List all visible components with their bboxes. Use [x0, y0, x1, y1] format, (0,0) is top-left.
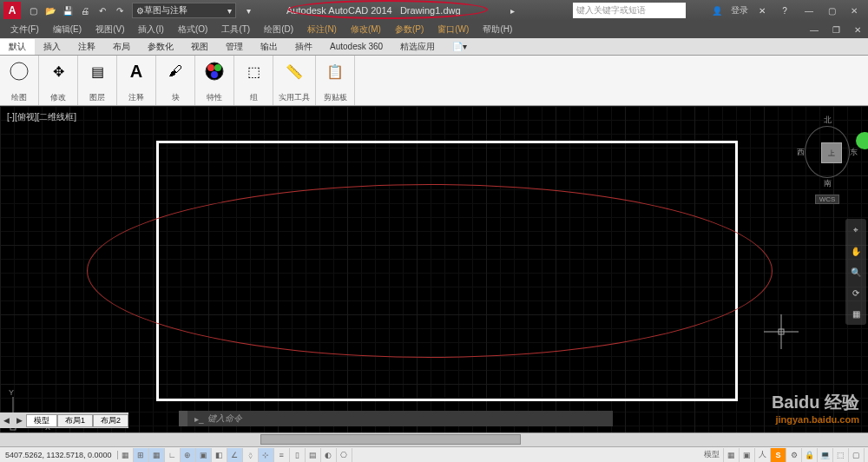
menu-window[interactable]: 窗口(W): [431, 23, 476, 36]
lwt-toggle[interactable]: ≡: [274, 448, 290, 462]
tab-output[interactable]: 输出: [252, 39, 286, 55]
qp-toggle[interactable]: ▤: [306, 448, 321, 462]
drawing-canvas[interactable]: [-][俯视][二维线框] YX 北 西 上 东 南 WCS ⌖ ✋ 🔍 ⟳ ▦…: [0, 106, 868, 459]
modelspace-button[interactable]: 模型: [700, 448, 724, 462]
sb-grid-icon[interactable]: ▦: [724, 448, 740, 462]
sb-s-icon[interactable]: S: [771, 448, 786, 462]
viewcube-compass[interactable]: 上: [805, 126, 850, 178]
polar-toggle[interactable]: ⊕: [181, 448, 196, 462]
tab-view[interactable]: 视图: [182, 39, 217, 55]
tab-layout1[interactable]: 布局1: [57, 414, 93, 427]
app-icon[interactable]: A: [3, 2, 21, 19]
viewcube[interactable]: 北 西 上 东 南 WCS: [797, 115, 858, 193]
workspace-dropdown[interactable]: ⚙ 草图与注释 ▾: [132, 3, 236, 18]
menu-view[interactable]: 视图(V): [89, 23, 131, 36]
fullnav-icon[interactable]: ⌖: [848, 222, 864, 238]
drawing-ellipse[interactable]: [87, 184, 773, 358]
osnap-toggle[interactable]: ▣: [196, 448, 212, 462]
cmd-handle[interactable]: [179, 411, 187, 426]
search-input[interactable]: 键入关键字或短语: [573, 3, 686, 18]
tab-manage[interactable]: 管理: [217, 39, 252, 55]
layout-prev-icon[interactable]: ◀: [0, 416, 13, 425]
close-button[interactable]: ✕: [844, 3, 865, 18]
layers-button[interactable]: ▤: [83, 57, 111, 85]
doc-minimize-button[interactable]: —: [803, 25, 825, 35]
scrollbar-horizontal[interactable]: [0, 432, 868, 446]
sb-qv-icon[interactable]: ▣: [740, 448, 755, 462]
ducs-toggle[interactable]: ⎀: [243, 448, 259, 462]
ribbon-collapse-icon[interactable]: 📄▾: [444, 40, 476, 53]
tab-a360[interactable]: Autodesk 360: [321, 40, 391, 53]
viewcube-face[interactable]: 上: [821, 142, 842, 163]
tab-plugins[interactable]: 插件: [286, 39, 321, 55]
tab-layout[interactable]: 布局: [104, 39, 139, 55]
menu-edit[interactable]: 编辑(E): [46, 23, 89, 36]
scrollbar-thumb[interactable]: [260, 434, 521, 445]
infer-toggle[interactable]: ▦: [118, 448, 134, 462]
menu-draw[interactable]: 绘图(D): [257, 23, 300, 36]
paste-button[interactable]: 📋: [321, 57, 349, 85]
qat-more-icon[interactable]: ▾: [240, 3, 256, 18]
showmotion-icon[interactable]: ▦: [848, 306, 864, 321]
properties-button[interactable]: [201, 57, 228, 85]
redo-icon[interactable]: ↷: [112, 3, 128, 18]
orbit-icon[interactable]: ⟳: [848, 285, 864, 300]
sb-iso-icon[interactable]: ⬚: [833, 448, 849, 462]
sb-ws-icon[interactable]: ⚙: [786, 448, 802, 462]
ortho-toggle[interactable]: ∟: [165, 448, 181, 462]
login-label[interactable]: 登录: [731, 4, 748, 16]
measure-button[interactable]: 📏: [280, 57, 308, 85]
doc-close-button[interactable]: ✕: [847, 25, 868, 35]
pan-icon[interactable]: ✋: [848, 243, 864, 259]
command-line[interactable]: ▸_ 键入命令: [179, 411, 613, 426]
new-icon[interactable]: ▢: [25, 3, 41, 18]
title-dropdown-icon[interactable]: ▸: [504, 3, 520, 18]
tab-parametric[interactable]: 参数化: [139, 39, 182, 55]
menu-format[interactable]: 格式(O): [171, 23, 214, 36]
menu-param[interactable]: 参数(P): [388, 23, 431, 36]
modify-button[interactable]: ✥: [44, 57, 72, 85]
menu-file[interactable]: 文件(F): [3, 23, 46, 36]
exchange-icon[interactable]: ✕: [754, 3, 770, 18]
draw-button[interactable]: [5, 57, 33, 85]
3dosnap-toggle[interactable]: ◧: [212, 448, 227, 462]
coords-display[interactable]: 5407.5262, 1132.5718, 0.0000: [0, 451, 118, 459]
text-button[interactable]: A: [122, 57, 150, 85]
save-icon[interactable]: 💾: [60, 3, 76, 18]
viewport-label[interactable]: [-][俯视][二维线框]: [7, 111, 76, 123]
sb-lock-icon[interactable]: 🔒: [802, 448, 818, 462]
menu-insert[interactable]: 插入(I): [131, 23, 170, 36]
sb-annoscale-icon[interactable]: 人: [755, 448, 771, 462]
tab-default[interactable]: 默认: [0, 39, 35, 55]
menu-dimension[interactable]: 标注(N): [300, 23, 344, 36]
sb-clean-icon[interactable]: ▢: [849, 448, 865, 462]
am-toggle[interactable]: ⎔: [337, 448, 352, 462]
signin-icon[interactable]: 👤: [709, 3, 725, 18]
sc-toggle[interactable]: ◐: [321, 448, 337, 462]
tab-annotate[interactable]: 注释: [69, 39, 104, 55]
zoom-icon[interactable]: 🔍: [848, 264, 864, 280]
wcs-badge[interactable]: WCS: [815, 195, 839, 204]
menu-modify[interactable]: 修改(M): [344, 23, 388, 36]
minimize-button[interactable]: —: [799, 3, 819, 18]
snap-toggle[interactable]: ⊞: [134, 448, 149, 462]
dyn-toggle[interactable]: ⊹: [259, 448, 274, 462]
tab-featured[interactable]: 精选应用: [391, 39, 444, 55]
menu-help[interactable]: 帮助(H): [476, 23, 519, 36]
layout-next-icon[interactable]: ▶: [13, 416, 26, 425]
tab-model[interactable]: 模型: [26, 414, 57, 427]
tab-insert[interactable]: 插入: [35, 39, 69, 55]
autodesk-badge[interactable]: [856, 132, 868, 149]
print-icon[interactable]: 🖨: [77, 3, 93, 18]
help-icon[interactable]: ?: [777, 3, 792, 18]
menu-tools[interactable]: 工具(T): [214, 23, 257, 36]
sb-hw-icon[interactable]: 💻: [818, 448, 833, 462]
group-button[interactable]: ⬚: [240, 57, 267, 85]
doc-restore-button[interactable]: ❐: [825, 25, 847, 35]
open-icon[interactable]: 📂: [43, 3, 58, 18]
undo-icon[interactable]: ↶: [95, 3, 110, 18]
tpy-toggle[interactable]: ▯: [290, 448, 306, 462]
grid-toggle[interactable]: ▦: [149, 448, 165, 462]
maximize-button[interactable]: ▢: [821, 3, 842, 18]
otrack-toggle[interactable]: ∠: [227, 448, 243, 462]
